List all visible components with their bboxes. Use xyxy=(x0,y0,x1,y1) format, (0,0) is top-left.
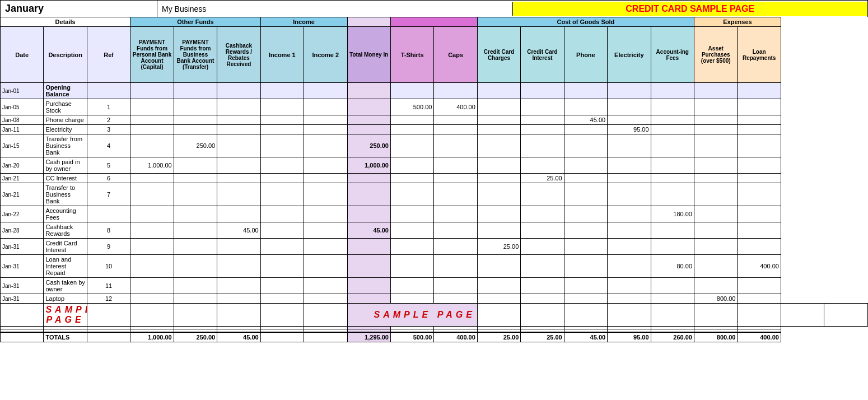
totals-row: TOTALS 1,000.00 250.00 45.00 1,295.00 50… xyxy=(1,332,868,342)
totals-phone: 45.00 xyxy=(564,332,607,342)
col-group-income: Income xyxy=(260,17,347,27)
totals-cc-charges: 25.00 xyxy=(477,332,520,342)
spreadsheet: January My Business CREDIT CARD SAMPLE P… xyxy=(0,0,868,342)
col-group-other-funds: Other Funds xyxy=(130,17,260,27)
totals-total-money: 1,295.00 xyxy=(347,332,390,342)
totals-caps: 400.00 xyxy=(434,332,477,342)
header-accounting-fees: Account-ing Fees xyxy=(651,27,694,83)
table-row: Jan-05Purchase Stock1500.00400.00 xyxy=(1,99,868,115)
header-income1: Income 1 xyxy=(260,27,304,83)
totals-pay-business: 250.00 xyxy=(174,332,217,342)
table-row: Jan-20Cash paid in by owner51,000.001,00… xyxy=(1,157,868,174)
table-row: Jan-11Electricity395.00 xyxy=(1,125,868,134)
table-row: Jan-22Accounting Fees180.00 xyxy=(1,206,868,222)
col-group-other-funds2: Expenses xyxy=(694,17,781,27)
col-group-row: Details Other Funds Income Cost of Goods… xyxy=(1,17,868,27)
header-payment-personal: PAYMENT Funds from Personal Bank Account… xyxy=(130,27,174,83)
business-label: My Business xyxy=(157,2,513,16)
table-row: Jan-01Opening Balance xyxy=(1,83,868,99)
table-row: Jan-08Phone charge245.00 xyxy=(1,115,868,125)
totals-pay-personal: 1,000.00 xyxy=(130,332,174,342)
col-group-cogs xyxy=(390,17,477,27)
col-group-total xyxy=(347,17,390,27)
table-row: SAMPLE PAGESAMPLE PAGE xyxy=(1,304,868,327)
header-tshirts: T-Shirts xyxy=(390,27,433,83)
totals-acct-fees: 260.00 xyxy=(651,332,694,342)
totals-asset-purch: 800.00 xyxy=(694,332,738,342)
totals-loan-repay: 400.00 xyxy=(738,332,781,342)
header-phone: Phone xyxy=(564,27,607,83)
totals-cashback: 45.00 xyxy=(217,332,260,342)
header-description: Description xyxy=(44,27,87,83)
table-row: Jan-28Cashback Rewards845.0045.00 xyxy=(1,222,868,239)
sample-page-left: SAMPLE PAGE xyxy=(45,305,87,324)
header-electricity: Electricity xyxy=(608,27,651,83)
table-row: Jan-31Loan and Interest Repaid1080.00400… xyxy=(1,255,868,278)
header-cc-charges: Credit Card Charges xyxy=(477,27,520,83)
header-total-money: Total Money In xyxy=(347,27,390,83)
totals-cc-interest: 25.00 xyxy=(521,332,564,342)
sample-page-center: SAMPLE PAGE xyxy=(374,310,475,319)
col-group-expenses: Cost of Goods Sold xyxy=(477,17,694,27)
header-ref: Ref xyxy=(87,27,130,83)
header-income2: Income 2 xyxy=(304,27,347,83)
table-row: Jan-31Cash taken by owner11 xyxy=(1,278,868,294)
table-row: Jan-31Laptop12800.00 xyxy=(1,294,868,304)
header-loan-repayments: Loan Repayments xyxy=(738,27,781,83)
totals-electricity: 95.00 xyxy=(608,332,651,342)
col-group-details: Details xyxy=(1,17,130,27)
sub-header-row: Date Description Ref PAYMENT Funds from … xyxy=(1,27,868,83)
table-row: Jan-21CC Interest625.00 xyxy=(1,174,868,183)
header-date: Date xyxy=(1,27,44,83)
table-body: Jan-01Opening BalanceJan-05Purchase Stoc… xyxy=(1,83,868,333)
main-table: Details Other Funds Income Cost of Goods… xyxy=(0,17,868,342)
table-row: Jan-21Transfer to Business Bank7 xyxy=(1,183,868,206)
table-row: Jan-15Transfer from Business Bank4250.00… xyxy=(1,134,868,157)
totals-label: TOTALS xyxy=(44,332,87,342)
header-caps: Caps xyxy=(434,27,477,83)
page-title: CREDIT CARD SAMPLE PAGE xyxy=(513,2,868,16)
header-cc-interest: Credit Card Interest xyxy=(521,27,564,83)
header-payment-business: PAYMENT Funds from Business Bank Account… xyxy=(174,27,217,83)
table-row: Jan-31Credit Card Interest925.00 xyxy=(1,239,868,255)
month-label: January xyxy=(1,1,157,17)
totals-tshirts: 500.00 xyxy=(390,332,433,342)
header-asset-purchases: Asset Purchases (over $500) xyxy=(694,27,738,83)
header-cashback: Cashback Rewards / Rebates Received xyxy=(217,27,260,83)
top-header: January My Business CREDIT CARD SAMPLE P… xyxy=(0,0,868,17)
